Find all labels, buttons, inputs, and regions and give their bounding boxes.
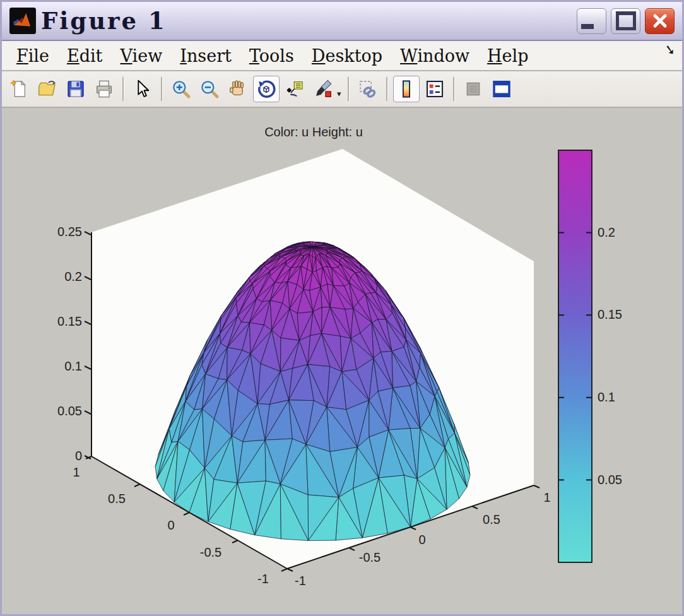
legend-icon [425, 79, 445, 99]
save-figure-button[interactable] [62, 76, 89, 102]
open-file-button[interactable] [34, 76, 61, 102]
edit-plot-button[interactable] [129, 76, 156, 102]
svg-text:0: 0 [75, 449, 82, 463]
dock-window-icon [492, 79, 512, 99]
maximize-button[interactable] [611, 8, 640, 34]
print-button[interactable] [91, 76, 117, 102]
brush-dropdown-caret[interactable]: ▾ [337, 89, 341, 98]
data-cursor-icon [285, 79, 305, 99]
svg-text:-0.5: -0.5 [359, 550, 380, 564]
menu-item-file[interactable]: File [8, 45, 57, 67]
toolbar-separator [122, 77, 124, 101]
svg-text:-0.5: -0.5 [200, 545, 221, 559]
colorbar-icon [396, 79, 416, 99]
svg-text:1: 1 [73, 465, 80, 479]
toolbar: ▾ [2, 71, 682, 108]
menu-item-desktop[interactable]: Desktop [304, 45, 391, 67]
menubar: FileEditViewInsertToolsDesktopWindowHelp… [2, 41, 682, 71]
menu-item-view[interactable]: View [112, 45, 170, 67]
svg-text:Color: u Height: u: Color: u Height: u [264, 125, 363, 139]
insert-colorbar-button[interactable] [393, 76, 420, 102]
svg-text:-1: -1 [257, 572, 269, 586]
menu-item-edit[interactable]: Edit [59, 45, 111, 67]
rotate-3d-icon [256, 79, 276, 99]
svg-text:0.5: 0.5 [108, 492, 126, 506]
colorbar [558, 150, 592, 562]
toolbar-separator [161, 77, 163, 101]
insert-legend-button[interactable] [422, 76, 448, 102]
zoom-in-icon [171, 79, 191, 99]
matlab-logo-icon [9, 8, 36, 34]
brush-button[interactable] [310, 76, 336, 102]
svg-text:0.15: 0.15 [598, 307, 622, 321]
window-controls [577, 8, 677, 34]
window-title: Figure 1 [41, 7, 167, 35]
menu-overflow-icon[interactable]: ➘ [663, 42, 677, 59]
zoom-in-button[interactable] [168, 76, 194, 102]
link-plot-button[interactable] [355, 76, 381, 102]
toolbar-separator [386, 77, 388, 101]
close-icon [652, 13, 668, 28]
svg-text:0.15: 0.15 [57, 314, 82, 328]
svg-text:0.25: 0.25 [57, 225, 82, 239]
svg-text:0.05: 0.05 [598, 473, 622, 487]
svg-text:0.2: 0.2 [64, 270, 82, 283]
menu-item-insert[interactable]: Insert [172, 45, 240, 67]
hide-plot-tools-button[interactable] [460, 76, 486, 102]
menu-item-tools[interactable]: Tools [241, 45, 302, 67]
menu-item-window[interactable]: Window [392, 45, 478, 67]
data-cursor-button[interactable] [281, 76, 308, 102]
toolbar-separator [453, 77, 455, 101]
new-document-icon [9, 79, 29, 99]
save-icon [66, 79, 86, 99]
svg-text:0.2: 0.2 [598, 225, 615, 239]
maximize-icon [616, 11, 636, 30]
menu-item-help[interactable]: Help [479, 45, 536, 67]
zoom-out-icon [199, 79, 220, 99]
printer-icon [94, 79, 114, 99]
link-icon [358, 79, 378, 99]
toolbar-separator [348, 77, 350, 101]
show-plot-tools-button[interactable] [488, 76, 515, 102]
open-folder-icon [37, 79, 57, 99]
svg-text:0: 0 [167, 518, 174, 532]
svg-text:0.1: 0.1 [64, 359, 82, 373]
pan-hand-icon [228, 79, 248, 99]
title-bar[interactable]: Figure 1 [2, 2, 682, 41]
close-button[interactable] [645, 8, 675, 34]
svg-text:0.5: 0.5 [483, 512, 500, 526]
plot-tools-off-icon [463, 79, 483, 99]
figure-canvas[interactable]: 0.250.20.150.10.05010.50-0.5-1-1-0.500.5… [2, 108, 682, 616]
figure-window: Figure 1 FileEditViewInsertToolsDesktopW… [0, 0, 684, 616]
pan-button[interactable] [225, 76, 251, 102]
svg-text:0.1: 0.1 [598, 390, 615, 404]
svg-text:1: 1 [543, 490, 550, 504]
pointer-icon [133, 79, 153, 99]
svg-text:0: 0 [418, 533, 425, 547]
svg-text:-1: -1 [295, 574, 306, 588]
brush-icon [313, 79, 333, 99]
axes-3d-plot[interactable]: 0.250.20.150.10.05010.50-0.5-1-1-0.500.5… [2, 108, 682, 616]
new-figure-button[interactable] [6, 76, 32, 102]
rotate-3d-button[interactable] [253, 76, 280, 102]
zoom-out-button[interactable] [196, 76, 223, 102]
svg-text:0.05: 0.05 [57, 404, 82, 418]
minimize-button[interactable] [577, 8, 606, 34]
minimize-icon [581, 24, 594, 29]
